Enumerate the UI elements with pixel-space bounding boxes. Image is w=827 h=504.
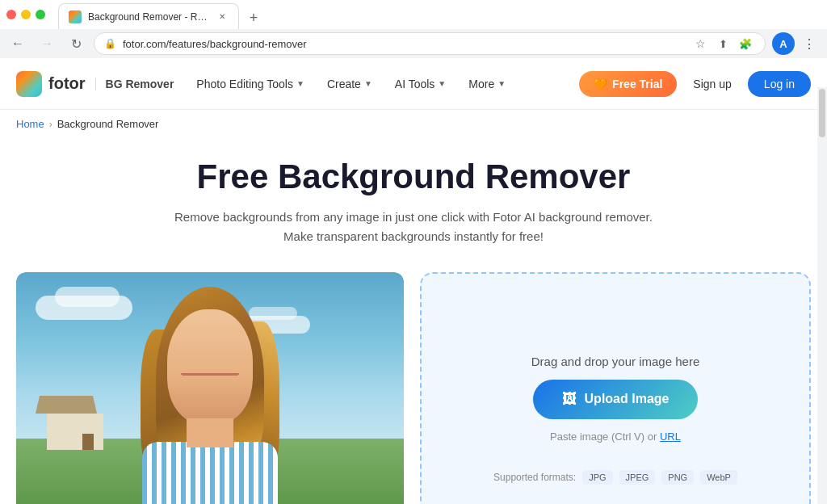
person-smile — [181, 373, 239, 376]
back-button[interactable]: ← — [6, 32, 29, 55]
format-jpg: JPG — [582, 470, 612, 485]
ai-tools-chevron: ▼ — [438, 79, 446, 88]
format-png: PNG — [661, 470, 694, 485]
window-controls — [6, 10, 45, 19]
upload-icon: 🖼 — [562, 391, 577, 408]
drag-drop-text: Drag and drop your image here — [531, 355, 699, 368]
breadcrumb: Home › Background Remover — [0, 110, 827, 138]
nav-items: Photo Editing Tools ▼ Create ▼ AI Tools … — [187, 71, 579, 97]
breadcrumb-home[interactable]: Home — [16, 118, 44, 130]
logo-area: fotor BG Remover — [16, 71, 174, 97]
website-content: fotor BG Remover Photo Editing Tools ▼ C… — [0, 58, 827, 504]
browser-chrome: Background Remover - Remov... ✕ + ← → ↻ … — [0, 0, 827, 58]
formats-row: Supported formats: JPG JPEG PNG WebP — [493, 470, 737, 485]
upload-image-button[interactable]: 🖼 Upload Image — [533, 380, 699, 419]
logo-icon — [16, 71, 42, 97]
tab-title: Background Remover - Remov... — [88, 11, 209, 23]
address-bar: ← → ↻ 🔒 fotor.com/features/background-re… — [0, 29, 827, 58]
nav-photo-editing[interactable]: Photo Editing Tools ▼ — [187, 71, 314, 97]
person-container — [113, 287, 307, 504]
demo-image-area — [16, 272, 404, 504]
hero-subtitle: Remove backgrounds from any image in jus… — [171, 208, 656, 246]
active-tab[interactable]: Background Remover - Remov... ✕ — [58, 3, 239, 29]
format-jpeg: JPEG — [619, 470, 656, 485]
house-door — [82, 434, 94, 450]
extension-icon[interactable]: 🧩 — [736, 34, 755, 53]
nav-create[interactable]: Create ▼ — [317, 71, 382, 97]
maximize-button[interactable] — [36, 10, 45, 19]
nav-more[interactable]: More ▼ — [459, 71, 515, 97]
close-button[interactable] — [6, 10, 16, 19]
url-actions: ☆ ⬆ 🧩 — [691, 34, 755, 53]
tab-close-button[interactable]: ✕ — [216, 10, 229, 23]
browser-actions: A ⋮ — [772, 32, 821, 55]
person-face — [167, 309, 253, 424]
site-nav: fotor BG Remover Photo Editing Tools ▼ C… — [0, 58, 827, 110]
breadcrumb-current: Background Remover — [57, 118, 159, 130]
more-chevron: ▼ — [497, 79, 506, 88]
nav-ai-tools[interactable]: AI Tools ▼ — [385, 71, 455, 97]
url-link[interactable]: URL — [660, 430, 681, 443]
bookmark-icon[interactable]: ☆ — [691, 34, 710, 53]
secure-icon: 🔒 — [104, 38, 116, 49]
create-chevron: ▼ — [364, 79, 372, 88]
breadcrumb-separator: › — [49, 119, 52, 130]
demo-image — [16, 272, 404, 504]
house-body — [47, 414, 103, 450]
minimize-button[interactable] — [21, 10, 31, 19]
paste-hint: Paste image (Ctrl V) or URL — [550, 430, 681, 443]
person-neck — [187, 418, 233, 447]
scrollbar-thumb[interactable] — [819, 89, 825, 137]
share-icon[interactable]: ⬆ — [713, 34, 733, 53]
main-content: Drag and drop your image here 🖼 Upload I… — [0, 259, 827, 504]
profile-button[interactable]: A — [772, 32, 795, 55]
tab-favicon — [69, 10, 82, 23]
person-shirt — [142, 442, 278, 504]
url-bar[interactable]: 🔒 fotor.com/features/background-remover … — [94, 32, 766, 55]
heart-icon: 🧡 — [594, 78, 607, 90]
hero-section: Free Background Remover Remove backgroun… — [0, 138, 827, 259]
nav-actions: 🧡 Free Trial Sign up Log in — [579, 71, 811, 97]
upload-area[interactable]: Drag and drop your image here 🖼 Upload I… — [420, 272, 811, 504]
scrollbar[interactable] — [817, 87, 827, 504]
house-roof — [36, 396, 97, 414]
cloud-2 — [55, 287, 120, 307]
logo-text: fotor — [48, 74, 86, 93]
tab-bar: Background Remover - Remov... ✕ + — [52, 0, 821, 29]
free-trial-button[interactable]: 🧡 Free Trial — [579, 71, 677, 97]
bg-remover-badge: BG Remover — [95, 78, 174, 90]
login-button[interactable]: Log in — [748, 71, 811, 97]
format-webp: WebP — [700, 470, 737, 485]
menu-button[interactable]: ⋮ — [798, 32, 821, 55]
url-text: fotor.com/features/background-remover — [123, 38, 684, 50]
photo-editing-chevron: ▼ — [296, 79, 304, 88]
new-tab-button[interactable]: + — [242, 6, 265, 29]
forward-button[interactable]: → — [36, 32, 58, 55]
page-title: Free Background Remover — [16, 158, 811, 196]
title-bar: Background Remover - Remov... ✕ + — [0, 0, 827, 29]
refresh-button[interactable]: ↻ — [65, 32, 87, 55]
sign-up-button[interactable]: Sign up — [685, 71, 739, 97]
